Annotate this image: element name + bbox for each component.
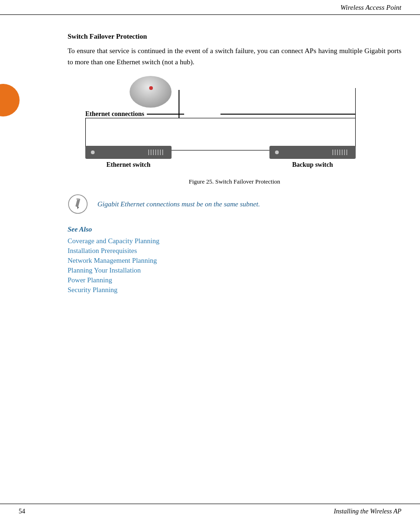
note-icon — [68, 194, 88, 214]
link-coverage-capacity[interactable]: Coverage and Capacity Planning — [68, 237, 159, 245]
backup-switch-label: Backup switch — [292, 161, 333, 169]
link-power-planning[interactable]: Power Planning — [68, 276, 112, 284]
see-also-section: See Also Coverage and Capacity Planning … — [68, 225, 401, 294]
header-title: Wireless Access Point — [340, 4, 401, 12]
page-container: Wireless Access Point Switch Failover Pr… — [0, 0, 420, 519]
diagram-area: Ethernet connections — [68, 76, 401, 169]
body-paragraph: To ensure that service is continued in t… — [68, 45, 401, 68]
list-item: Installation Prerequisites — [68, 247, 401, 255]
switch-tick-marks-left — [148, 150, 163, 155]
backup-switch: Backup switch — [269, 146, 356, 169]
link-installation-prerequisites[interactable]: Installation Prerequisites — [68, 247, 137, 254]
see-also-list: Coverage and Capacity Planning Installat… — [68, 237, 401, 294]
see-also-title: See Also — [68, 225, 401, 233]
list-item: Security Planning — [68, 286, 401, 294]
section-heading: Switch Failover Protection — [68, 33, 401, 41]
ap-device — [130, 76, 172, 108]
list-item: Power Planning — [68, 276, 401, 284]
ethernet-switch: Ethernet switch — [85, 146, 172, 169]
svg-marker-2 — [76, 207, 79, 210]
list-item: Coverage and Capacity Planning — [68, 237, 401, 245]
list-item: Planning Your Installation — [68, 266, 401, 274]
main-content: Switch Failover Protection To ensure tha… — [0, 15, 420, 305]
note-text: Gigabit Ethernet connections must be on … — [97, 200, 260, 208]
page-header: Wireless Access Point — [0, 0, 420, 15]
footer-chapter: Installing the Wireless AP — [334, 508, 401, 515]
ethernet-connections-label: Ethernet connections — [85, 110, 144, 118]
link-security-planning[interactable]: Security Planning — [68, 286, 117, 294]
figure-caption: Figure 25. Switch Failover Protection — [68, 178, 401, 185]
list-item: Network Management Planning — [68, 257, 401, 265]
ethernet-switch-body — [85, 146, 172, 159]
note-row: Gigabit Ethernet connections must be on … — [68, 194, 401, 214]
link-planning-installation[interactable]: Planning Your Installation — [68, 266, 141, 274]
link-network-management[interactable]: Network Management Planning — [68, 257, 157, 264]
backup-switch-body — [269, 146, 356, 159]
switch-tick-marks-right — [332, 150, 347, 155]
footer-page-number: 54 — [19, 508, 25, 515]
page-footer: 54 Installing the Wireless AP — [0, 504, 420, 519]
ethernet-switch-label: Ethernet switch — [106, 161, 151, 169]
